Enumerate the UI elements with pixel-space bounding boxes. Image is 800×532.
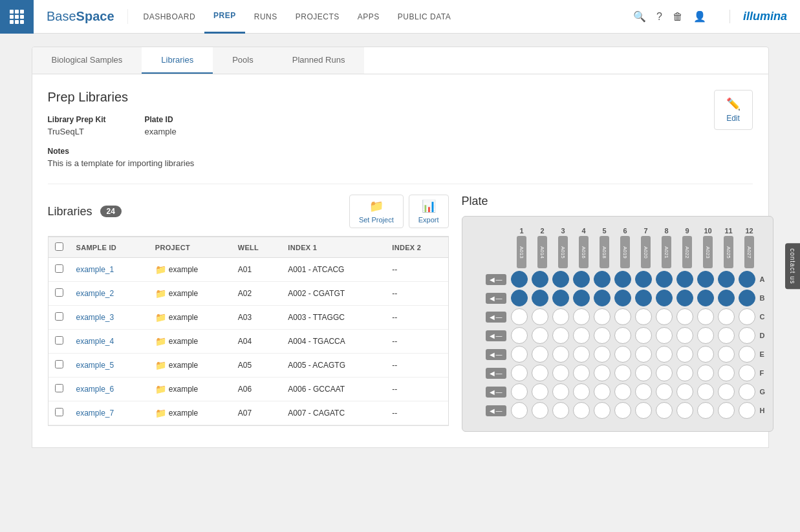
- well-filled[interactable]: [739, 271, 755, 288]
- well-empty[interactable]: [697, 402, 714, 419]
- well-empty[interactable]: [511, 327, 528, 344]
- well-filled[interactable]: [552, 290, 569, 306]
- well-empty[interactable]: [739, 365, 755, 381]
- sample-id-link[interactable]: example_1: [76, 265, 114, 274]
- user-icon[interactable]: 👤: [693, 10, 706, 23]
- well-empty[interactable]: [614, 346, 631, 363]
- well-empty[interactable]: [739, 308, 755, 325]
- select-all-header[interactable]: [49, 237, 70, 258]
- well-empty[interactable]: [573, 402, 590, 419]
- row-arrow-button[interactable]: ◀ —: [486, 368, 506, 379]
- well-empty[interactable]: [656, 402, 673, 419]
- well-empty[interactable]: [697, 327, 714, 344]
- well-filled[interactable]: [656, 290, 673, 306]
- row-arrow-button[interactable]: ◀ —: [486, 312, 506, 323]
- well-empty[interactable]: [676, 346, 693, 363]
- well-empty[interactable]: [552, 365, 569, 381]
- well-empty[interactable]: [532, 308, 548, 325]
- well-empty[interactable]: [718, 365, 735, 381]
- well-empty[interactable]: [532, 346, 548, 363]
- well-empty[interactable]: [614, 402, 631, 419]
- well-empty[interactable]: [718, 308, 735, 325]
- well-filled[interactable]: [573, 290, 590, 306]
- well-empty[interactable]: [594, 365, 611, 381]
- well-filled[interactable]: [614, 290, 631, 306]
- well-empty[interactable]: [697, 346, 714, 363]
- well-empty[interactable]: [511, 308, 528, 325]
- export-button[interactable]: 📊 Export: [409, 195, 449, 228]
- well-filled[interactable]: [718, 290, 735, 306]
- row-checkbox[interactable]: [55, 408, 63, 416]
- well-empty[interactable]: [635, 365, 652, 381]
- well-filled[interactable]: [552, 271, 569, 288]
- select-all-checkbox[interactable]: [55, 242, 63, 251]
- row-checkbox[interactable]: [55, 360, 63, 368]
- row-arrow-button[interactable]: ◀ —: [486, 274, 506, 285]
- nav-runs[interactable]: RUNS: [245, 0, 286, 34]
- search-icon[interactable]: 🔍: [633, 10, 646, 23]
- well-empty[interactable]: [739, 327, 755, 344]
- well-filled[interactable]: [532, 290, 548, 306]
- well-empty[interactable]: [739, 402, 755, 419]
- row-checkbox-cell[interactable]: [49, 401, 70, 425]
- well-empty[interactable]: [573, 383, 590, 400]
- well-empty[interactable]: [552, 402, 569, 419]
- well-empty[interactable]: [594, 327, 611, 344]
- well-filled[interactable]: [697, 271, 714, 288]
- row-checkbox-cell[interactable]: [49, 258, 70, 282]
- well-filled[interactable]: [656, 271, 673, 288]
- row-arrow-button[interactable]: ◀ —: [486, 293, 506, 304]
- tab-libraries[interactable]: Libraries: [142, 47, 213, 74]
- well-empty[interactable]: [614, 365, 631, 381]
- row-checkbox[interactable]: [55, 288, 63, 297]
- nav-prep[interactable]: PREP: [204, 0, 245, 34]
- well-empty[interactable]: [697, 383, 714, 400]
- nav-projects[interactable]: PROJECTS: [286, 0, 349, 34]
- well-empty[interactable]: [676, 365, 693, 381]
- well-empty[interactable]: [614, 327, 631, 344]
- well-empty[interactable]: [614, 308, 631, 325]
- well-filled[interactable]: [635, 290, 652, 306]
- well-empty[interactable]: [552, 346, 569, 363]
- sample-id-link[interactable]: example_7: [76, 409, 114, 418]
- row-checkbox[interactable]: [55, 336, 63, 345]
- row-checkbox[interactable]: [55, 264, 63, 273]
- well-filled[interactable]: [676, 290, 693, 306]
- row-arrow-button[interactable]: ◀ —: [486, 330, 506, 341]
- well-empty[interactable]: [511, 365, 528, 381]
- well-empty[interactable]: [594, 402, 611, 419]
- well-filled[interactable]: [697, 290, 714, 306]
- row-checkbox-cell[interactable]: [49, 306, 70, 330]
- nav-dashboard[interactable]: DASHBOARD: [135, 0, 205, 34]
- well-empty[interactable]: [635, 308, 652, 325]
- well-filled[interactable]: [635, 271, 652, 288]
- row-checkbox[interactable]: [55, 384, 63, 392]
- libraries-table-wrapper[interactable]: SAMPLE ID PROJECT WELL INDEX 1 INDEX 2 e…: [48, 236, 449, 426]
- well-empty[interactable]: [635, 346, 652, 363]
- tab-biological-samples[interactable]: Biological Samples: [32, 47, 142, 74]
- well-empty[interactable]: [552, 308, 569, 325]
- well-empty[interactable]: [532, 365, 548, 381]
- well-filled[interactable]: [614, 271, 631, 288]
- well-filled[interactable]: [718, 271, 735, 288]
- sample-id-link[interactable]: example_6: [76, 385, 114, 394]
- row-checkbox-cell[interactable]: [49, 330, 70, 354]
- well-empty[interactable]: [676, 327, 693, 344]
- well-empty[interactable]: [532, 402, 548, 419]
- trash-icon[interactable]: 🗑: [673, 11, 683, 23]
- well-empty[interactable]: [552, 327, 569, 344]
- set-project-button[interactable]: 📁 Set Project: [349, 195, 404, 228]
- row-checkbox[interactable]: [55, 312, 63, 321]
- well-empty[interactable]: [718, 383, 735, 400]
- row-checkbox-cell[interactable]: [49, 354, 70, 378]
- well-empty[interactable]: [718, 402, 735, 419]
- contact-sidebar[interactable]: contact us: [785, 243, 800, 290]
- well-empty[interactable]: [594, 383, 611, 400]
- row-arrow-button[interactable]: ◀ —: [486, 387, 506, 398]
- well-empty[interactable]: [573, 346, 590, 363]
- well-empty[interactable]: [656, 383, 673, 400]
- well-empty[interactable]: [552, 383, 569, 400]
- sample-id-link[interactable]: example_3: [76, 313, 114, 322]
- well-filled[interactable]: [511, 271, 528, 288]
- well-filled[interactable]: [594, 271, 611, 288]
